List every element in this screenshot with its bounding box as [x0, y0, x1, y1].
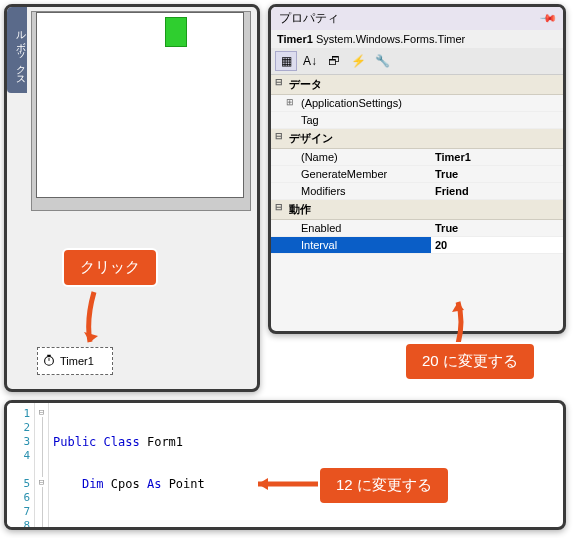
form-designer-panel: ルボックス Timer1 [4, 4, 260, 392]
interval-value-input[interactable]: 20 [431, 237, 563, 253]
svg-rect-2 [47, 355, 51, 356]
prop-enabled[interactable]: EnabledTrue [271, 220, 563, 237]
arrow-click [84, 290, 104, 352]
object-name: Timer1 [277, 33, 313, 45]
callout-change-20: 20 に変更する [404, 342, 536, 381]
callout-change-12: 12 に変更する [318, 466, 450, 505]
fold-gutter [35, 403, 49, 527]
arrow-20 [450, 296, 466, 348]
code-editor-panel: 123456789 Public Class Form1 Dim Cpos As… [4, 400, 566, 530]
category-behavior[interactable]: 動作 [271, 200, 563, 220]
prop-interval[interactable]: Interval20 [271, 237, 563, 254]
toolbox-tab[interactable]: ルボックス [7, 7, 27, 93]
prop-modifiers[interactable]: ModifiersFriend [271, 183, 563, 200]
tray-item-label: Timer1 [60, 355, 94, 367]
property-pages-button[interactable]: 🔧 [371, 51, 393, 71]
line-number-gutter: 123456789 [7, 403, 35, 527]
object-type: System.Windows.Forms.Timer [316, 33, 465, 45]
properties-title-bar: プロパティ 📌 [271, 7, 563, 30]
properties-object-selector[interactable]: Timer1 System.Windows.Forms.Timer [271, 30, 563, 48]
code-body[interactable]: Public Class Form1 Dim Cpos As Point ' プ… [49, 403, 563, 527]
timer-icon [42, 353, 56, 369]
alphabetical-button[interactable]: A↓ [299, 51, 321, 71]
prop-tag[interactable]: Tag [271, 112, 563, 129]
properties-panel: プロパティ 📌 Timer1 System.Windows.Forms.Time… [268, 4, 566, 334]
form-canvas[interactable] [36, 12, 244, 198]
pin-icon[interactable]: 📌 [538, 9, 557, 28]
prop-name[interactable]: (Name)Timer1 [271, 149, 563, 166]
prop-appsettings[interactable]: (ApplicationSettings) [271, 95, 563, 112]
prop-generatemember[interactable]: GenerateMemberTrue [271, 166, 563, 183]
design-surface[interactable] [31, 11, 251, 211]
arrow-12 [248, 476, 320, 494]
player-sprite[interactable] [165, 17, 187, 47]
properties-button[interactable]: 🗗 [323, 51, 345, 71]
events-button[interactable]: ⚡ [347, 51, 369, 71]
categorized-button[interactable]: ▦ [275, 51, 297, 71]
properties-toolbar: ▦ A↓ 🗗 ⚡ 🔧 [271, 48, 563, 75]
properties-title-text: プロパティ [279, 10, 339, 27]
category-data[interactable]: データ [271, 75, 563, 95]
callout-click: クリック [62, 248, 158, 287]
category-design[interactable]: デザイン [271, 129, 563, 149]
